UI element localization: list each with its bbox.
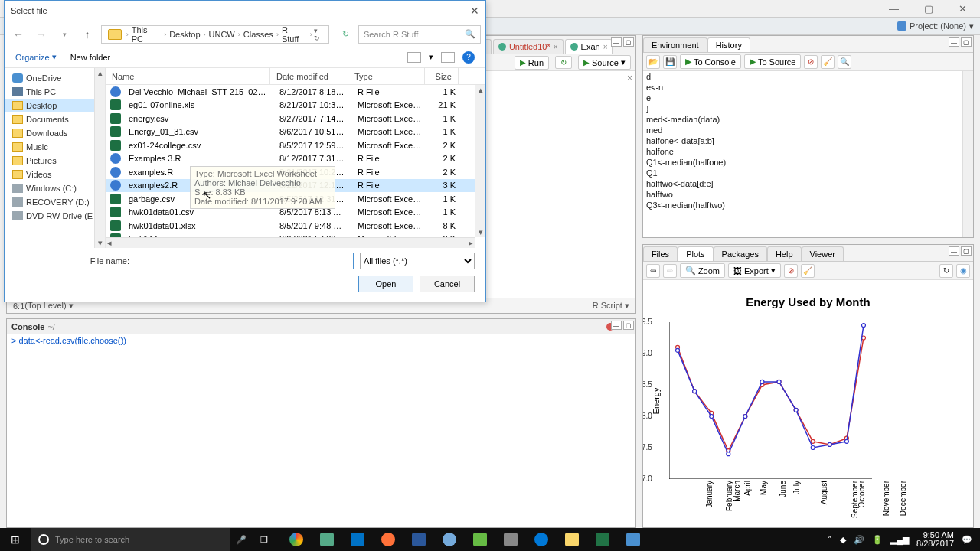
- close-icon[interactable]: ×: [554, 43, 558, 51]
- tab-file[interactable]: Untitled10*×: [493, 39, 564, 54]
- project-selector[interactable]: Project: (None) ▾: [897, 21, 974, 31]
- refresh-icon[interactable]: ↻: [939, 264, 953, 278]
- organize-button[interactable]: Organize ▾: [15, 52, 57, 62]
- clear-all-icon[interactable]: 🧹: [801, 264, 815, 278]
- history-item[interactable]: med<-median(data): [646, 114, 970, 125]
- task-view-icon[interactable]: ❐: [253, 535, 276, 545]
- maximize-button[interactable]: ▢: [911, 0, 946, 17]
- to-source-button[interactable]: ▶To Source: [744, 54, 802, 69]
- taskbar-app[interactable]: [588, 528, 617, 551]
- close-icon[interactable]: ×: [603, 43, 608, 51]
- run-button[interactable]: ▶Run: [514, 56, 549, 70]
- nav-up-icon[interactable]: ↑: [78, 25, 96, 44]
- taskbar-app[interactable]: [466, 528, 495, 551]
- mic-icon[interactable]: 🎤: [230, 535, 253, 545]
- history-item[interactable]: Q1: [646, 168, 970, 178]
- tree-item[interactable]: OneDrive: [5, 71, 105, 85]
- recent-dropdown-icon[interactable]: ▾: [55, 25, 74, 44]
- view-options-icon[interactable]: [407, 52, 421, 63]
- taskbar-app[interactable]: [557, 528, 586, 551]
- pane-minimize-icon[interactable]: —: [611, 37, 622, 47]
- taskbar-app[interactable]: [496, 528, 525, 551]
- open-button[interactable]: Open: [358, 276, 413, 292]
- breadcrumb-item[interactable]: Classes: [242, 30, 275, 39]
- to-console-button[interactable]: ▶To Console: [680, 54, 741, 69]
- history-item[interactable]: halftwo: [646, 189, 970, 200]
- rerun-button[interactable]: ↻: [555, 56, 572, 69]
- tree-item[interactable]: Windows (C:): [5, 181, 105, 195]
- file-row[interactable]: Energy_01_31.csv 8/6/2017 10:51 AM Micro…: [106, 126, 485, 139]
- breadcrumb-item[interactable]: This PC: [130, 25, 162, 44]
- new-folder-button[interactable]: New folder: [70, 53, 111, 62]
- horizontal-scrollbar[interactable]: ◂▸: [106, 237, 475, 248]
- column-name[interactable]: Name: [106, 68, 270, 84]
- export-button[interactable]: 🖼Export▾: [728, 263, 781, 278]
- load-history-icon[interactable]: 📂: [646, 55, 660, 69]
- tree-item[interactable]: Videos: [5, 168, 105, 181]
- next-plot-icon[interactable]: ⇨: [663, 264, 677, 278]
- file-row[interactable]: Del Vecchio_Michael_STT 215_02_R Tutor..…: [106, 85, 485, 99]
- filename-input[interactable]: [136, 253, 354, 269]
- tree-item[interactable]: DVD RW Drive (E: [5, 209, 105, 223]
- history-item[interactable]: e<-n: [646, 82, 970, 93]
- pane-maximize-icon[interactable]: ▢: [961, 37, 972, 47]
- column-size[interactable]: Size: [425, 68, 459, 84]
- taskbar-app[interactable]: [619, 528, 648, 551]
- tab-file[interactable]: Exan×: [565, 39, 613, 54]
- pane-maximize-icon[interactable]: ▢: [961, 246, 972, 256]
- history-item[interactable]: halfone: [646, 146, 970, 157]
- file-row[interactable]: eg01-07online.xls 8/21/2017 10:37 PM Mic…: [106, 99, 485, 112]
- tab-files[interactable]: Files: [643, 246, 678, 261]
- breadcrumb-item[interactable]: Desktop: [168, 30, 201, 39]
- tray-icon[interactable]: ◆: [840, 535, 846, 545]
- tree-item[interactable]: Downloads: [5, 126, 105, 140]
- file-row[interactable]: hwk01data01.xlsx 8/5/2017 9:48 PM Micros…: [106, 219, 485, 233]
- nav-back-icon[interactable]: ←: [9, 25, 28, 44]
- remove-plot-icon[interactable]: ⊘: [784, 264, 798, 278]
- pane-minimize-icon[interactable]: —: [611, 321, 622, 330]
- file-row[interactable]: Examples 3.R 8/12/2017 7:31 AM R File 2 …: [106, 152, 485, 166]
- file-filter-select[interactable]: All files (*.*): [360, 253, 475, 269]
- search-icon[interactable]: 🔍: [838, 55, 851, 69]
- history-item[interactable]: halftwo<-data[d:e]: [646, 178, 970, 189]
- taskbar-app[interactable]: [343, 528, 372, 551]
- history-item[interactable]: halfone<-data[a:b]: [646, 135, 970, 146]
- taskbar-app[interactable]: [435, 528, 464, 551]
- history-item[interactable]: Q1<-median(halfone): [646, 157, 970, 168]
- remove-icon[interactable]: ⊘: [804, 55, 818, 69]
- dialog-close-icon[interactable]: ✕: [470, 5, 479, 17]
- history-item[interactable]: med: [646, 125, 970, 135]
- battery-icon[interactable]: 🔋: [872, 535, 883, 545]
- tree-item[interactable]: Documents: [5, 112, 105, 126]
- tree-item[interactable]: Music: [5, 140, 105, 154]
- tab-environment[interactable]: Environment: [643, 37, 707, 52]
- tab-plots[interactable]: Plots: [678, 246, 713, 261]
- scrollbar[interactable]: ▴▾: [475, 85, 485, 237]
- nav-forward-icon[interactable]: →: [32, 25, 51, 44]
- prev-plot-icon[interactable]: ⇦: [646, 264, 660, 278]
- tree-item[interactable]: Desktop: [5, 99, 105, 112]
- history-item[interactable]: d: [646, 71, 970, 82]
- tab-viewer[interactable]: Viewer: [802, 246, 844, 261]
- scrollbar[interactable]: [962, 71, 973, 237]
- preview-pane-icon[interactable]: [441, 52, 455, 63]
- clear-icon[interactable]: 🧹: [821, 55, 835, 69]
- tray-chevron-icon[interactable]: ˄: [828, 535, 832, 545]
- taskbar-app[interactable]: [374, 528, 403, 551]
- taskbar-app[interactable]: [404, 528, 433, 551]
- tree-item[interactable]: Pictures: [5, 154, 105, 168]
- file-row[interactable]: ex01-24college.csv 8/5/2017 12:59 PM Mic…: [106, 139, 485, 152]
- tree-item[interactable]: RECOVERY (D:): [5, 195, 105, 209]
- save-history-icon[interactable]: 💾: [663, 55, 677, 69]
- breadcrumb-item[interactable]: UNCW: [207, 30, 237, 39]
- history-item[interactable]: Q3<-median(halftwo): [646, 200, 970, 210]
- history-item[interactable]: e: [646, 93, 970, 103]
- cancel-button[interactable]: Cancel: [420, 276, 475, 292]
- pane-maximize-icon[interactable]: ▢: [623, 37, 634, 47]
- history-item[interactable]: }: [646, 103, 970, 114]
- minimize-button[interactable]: —: [877, 0, 911, 17]
- volume-icon[interactable]: 🔊: [854, 535, 864, 545]
- tab-history[interactable]: History: [707, 37, 750, 52]
- scrollbar[interactable]: ▴▾: [94, 68, 105, 248]
- column-date[interactable]: Date modified: [270, 68, 348, 84]
